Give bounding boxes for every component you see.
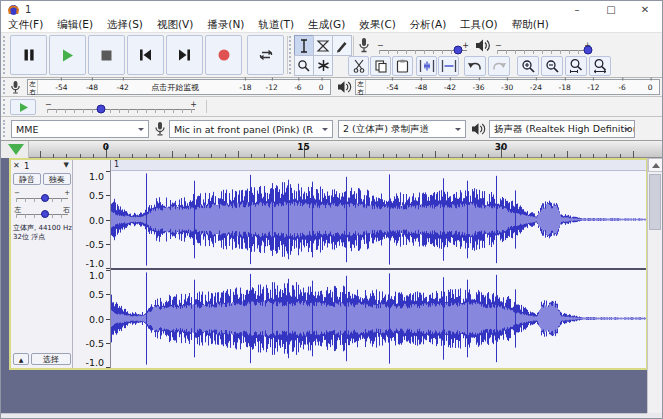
meter-scale-number: 0 [648,83,653,92]
vertical-scrollbar[interactable] [647,158,662,413]
timeline-tick [435,151,436,158]
menu-item[interactable]: 视图(V) [150,18,200,32]
menu-bar: 文件(F)编辑(E)选择(S)视图(V)播录(N)轨道(T)生成(G)效果(C)… [1,18,662,33]
recording-meter[interactable]: 左右 点击开始监视 -54-48-42-18-12-60 [27,79,331,95]
menu-item[interactable]: 帮助(H) [505,18,556,32]
timeline-pin-icon[interactable] [8,144,24,155]
transport-toolbar-grip[interactable] [3,36,7,74]
menu-item[interactable]: 选择(S) [100,18,150,32]
recording-volume-slider[interactable]: − + [377,43,469,55]
pan-knob[interactable] [41,210,49,218]
vertical-scroll-thumb[interactable] [649,174,661,230]
menu-item[interactable]: 分析(A) [403,18,453,32]
playback-volume-slider[interactable]: − + [495,43,591,55]
menu-item[interactable]: 编辑(E) [50,18,100,32]
close-button[interactable]: ✕ [628,1,662,18]
playback-volume-knob[interactable] [584,46,593,55]
playback-device-speaker-icon [471,122,486,136]
menu-item[interactable]: 播录(N) [200,18,251,32]
cut-button[interactable] [348,56,369,76]
draw-tool-button[interactable] [332,35,352,56]
zoom-in-button[interactable] [517,56,539,76]
trim-audio-button[interactable] [416,56,437,76]
pan-slider[interactable]: 左 右 [14,207,70,218]
play-at-speed-button[interactable] [10,99,36,115]
timeline-tick [567,151,568,158]
scrollbar-corner [647,413,662,419]
play-button[interactable] [49,35,86,75]
track-title[interactable]: 1 [24,161,29,171]
minimize-button[interactable]: – [560,1,594,18]
meter-scale-number: -48 [86,83,98,92]
waveform-channel-left[interactable] [111,171,646,268]
waveform-channel-right[interactable] [111,270,646,367]
menu-item[interactable]: 生成(G) [301,18,352,32]
audio-clip[interactable]: 1 [111,160,646,368]
maximize-button[interactable]: □ [594,1,628,18]
amplitude-tick [106,268,110,269]
horizontal-scrollbar[interactable] [1,413,647,419]
loop-button[interactable] [247,35,284,75]
amplitude-tick [106,343,110,344]
tools-toolbar-grip[interactable] [289,36,293,74]
menu-item[interactable]: 文件(F) [1,18,50,32]
selection-tool-button[interactable] [294,35,314,56]
amplitude-ruler[interactable]: 1.00.50.0-0.5-1.01.00.50.0-0.5-1.0 [73,160,111,368]
mute-button[interactable]: 静音 [13,173,41,185]
slider-max-label: + [64,189,70,197]
meter-scale-number: -54 [55,83,67,92]
undo-button[interactable] [464,56,486,76]
playback-meter-scale: -54-48-42-36-30-24-18-12-60 [366,80,659,94]
pause-button[interactable] [10,35,47,75]
fit-project-button[interactable] [589,56,611,76]
menu-item[interactable]: 效果(C) [352,18,403,32]
menu-item[interactable]: 工具(O) [453,18,504,32]
record-button[interactable] [205,35,242,75]
monitoring-hint[interactable]: 点击开始监视 [151,82,199,93]
timeline-ruler[interactable]: 01530 [29,141,647,158]
fit-selection-button[interactable] [565,56,587,76]
stop-button[interactable] [88,35,125,75]
playback-meter-speaker-icon[interactable] [337,80,352,94]
toolbar-separator [287,36,288,74]
recording-volume-knob[interactable] [453,46,462,55]
play-at-speed-grip[interactable] [3,99,7,114]
play-speed-knob[interactable] [97,105,106,114]
timeline-label: 30 [495,142,508,152]
recording-device-select[interactable]: Mic in at front panel (Pink) (R [169,120,333,138]
playback-meter[interactable]: 左右 -54-48-42-36-30-24-18-12-60 [355,79,660,95]
paste-button[interactable] [392,56,413,76]
zoom-out-button[interactable] [541,56,563,76]
zoom-tool-button[interactable] [294,55,314,76]
meter-scale-number: -18 [559,83,571,92]
skip-to-end-button[interactable] [166,35,203,75]
track-menu-arrow-icon[interactable]: ▼ [64,161,69,169]
silence-audio-button[interactable] [438,56,459,76]
playback-device-select[interactable]: 扬声器 (Realtek High Definition Au [489,120,635,138]
recording-meter-grip[interactable] [3,80,7,94]
skip-to-start-button[interactable] [127,35,164,75]
gain-knob[interactable] [41,194,49,202]
clip-title-bar[interactable]: 1 [111,160,646,171]
menu-item[interactable]: 轨道(T) [251,18,301,32]
device-toolbar-grip[interactable] [3,120,7,137]
multi-tool-button[interactable] [313,55,333,76]
scroll-up-button[interactable] [648,158,663,172]
recording-meter-mic-icon[interactable] [10,80,21,95]
collapse-track-button[interactable]: ▲ [13,353,29,365]
timeline[interactable]: 01530 [1,141,662,158]
track-close-button[interactable]: ✕ [13,161,20,170]
title-bar: 1 – □ ✕ [1,1,662,18]
timeline-tick [238,151,239,158]
copy-button[interactable] [370,56,391,76]
envelope-tool-button[interactable] [313,35,333,56]
redo-button[interactable] [488,56,510,76]
select-track-button[interactable]: 选择 [31,353,71,365]
timeline-tick [40,151,41,158]
play-speed-slider[interactable]: − + [45,102,197,114]
gain-slider[interactable]: − + [14,191,70,202]
recording-channels-select[interactable]: 2 (立体声) 录制声道 [338,120,466,138]
audacity-window: 1 – □ ✕ 文件(F)编辑(E)选择(S)视图(V)播录(N)轨道(T)生成… [0,0,663,419]
audio-host-select[interactable]: MME [11,120,149,138]
solo-button[interactable]: 独奏 [43,173,71,185]
